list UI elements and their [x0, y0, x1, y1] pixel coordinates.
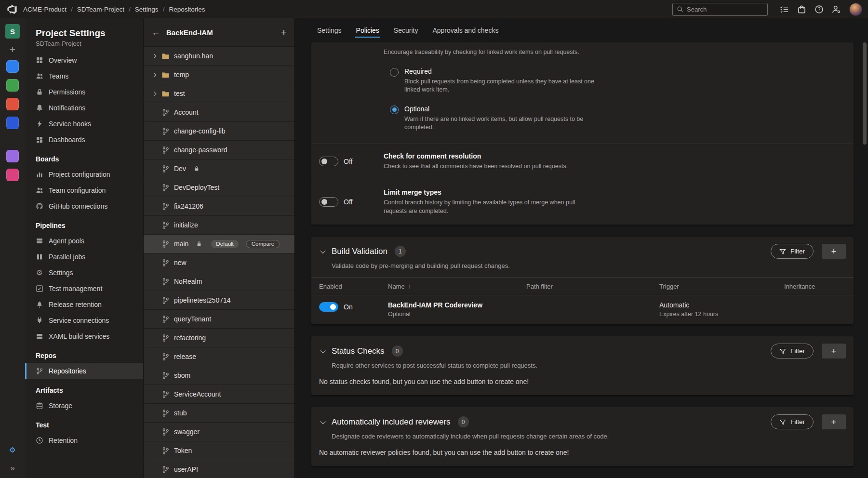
collapse-chevron-icon[interactable] — [319, 418, 327, 426]
breadcrumb-item-repositories[interactable]: Repositories — [169, 6, 205, 13]
radio-option-required[interactable]: RequiredBlock pull requests from being c… — [390, 67, 846, 94]
tab-settings[interactable]: Settings — [311, 22, 347, 40]
project-settings-gear-icon[interactable]: ⚙ — [9, 446, 15, 453]
tree-branch-change-config-lib[interactable]: change-config-lib — [144, 122, 294, 141]
sidebar-item-notifications[interactable]: Notifications — [25, 100, 143, 116]
breadcrumb-item-acme-product[interactable]: ACME-Product — [23, 6, 67, 13]
tree-branch-change-password[interactable]: change-password — [144, 141, 294, 159]
tree-branch-new[interactable]: new — [144, 253, 294, 272]
rail-icon-artifacts[interactable] — [6, 169, 19, 181]
tasklist-icon[interactable] — [780, 5, 789, 14]
vertical-scrollbar[interactable] — [863, 42, 867, 145]
tree-branch-stub[interactable]: stub — [144, 404, 294, 423]
add-build-policy-button[interactable]: + — [822, 244, 846, 259]
user-avatar[interactable] — [849, 3, 862, 16]
rail-icon-repos[interactable] — [6, 79, 19, 92]
rail-add-icon[interactable]: + — [10, 44, 15, 54]
sidebar-item-teams[interactable]: Teams — [25, 68, 143, 84]
sidebar-item-repositories[interactable]: Repositories — [25, 363, 143, 379]
main-content: SettingsPoliciesSecurityApprovals and ch… — [295, 18, 868, 478]
sidebar-item-overview[interactable]: Overview — [25, 52, 143, 68]
filter-button[interactable]: Filter — [771, 244, 814, 259]
help-icon[interactable]: ? — [815, 5, 824, 14]
breadcrumb-item-settings[interactable]: Settings — [135, 6, 159, 13]
tree-branch-userapi[interactable]: userAPI — [144, 460, 294, 478]
back-button[interactable]: ← — [151, 27, 160, 38]
tab-policies[interactable]: Policies — [350, 22, 385, 40]
tree-folder-sanghun-han[interactable]: sanghun.han — [144, 47, 294, 66]
radio-selected[interactable] — [390, 106, 399, 114]
sidebar-item-team-configuration[interactable]: Team configuration — [25, 182, 143, 198]
expand-rail-icon[interactable]: » — [10, 464, 14, 472]
breadcrumb: ACME-Product/SDTeam-Project/Settings/Rep… — [23, 6, 205, 13]
tree-item-label: queryTenant — [174, 315, 211, 323]
rail-icon-pipelines[interactable] — [6, 98, 19, 110]
sidebar-item-service-hooks[interactable]: Service hooks — [25, 116, 143, 132]
tree-branch-swagger[interactable]: swagger — [144, 423, 294, 441]
user-settings-icon[interactable] — [832, 5, 841, 14]
collapse-chevron-icon[interactable] — [319, 347, 327, 355]
breadcrumb-item-sdteam-project[interactable]: SDTeam-Project — [77, 6, 124, 13]
tree-branch-serviceaccount[interactable]: ServiceAccount — [144, 385, 294, 404]
rail-icon-boards[interactable] — [6, 60, 19, 73]
radio-unselected[interactable] — [390, 68, 399, 77]
search-input[interactable] — [687, 6, 763, 13]
sidebar-item-retention[interactable]: Retention — [25, 432, 143, 448]
sidebar-item-agent-pools[interactable]: Agent pools — [25, 233, 143, 249]
toggle-check-for-comment-resolution[interactable] — [319, 157, 338, 166]
sidebar-item-test-management[interactable]: Test management — [25, 280, 143, 296]
tree-branch-fix241206[interactable]: fix241206 — [144, 197, 294, 216]
sidebar-item-parallel-jobs[interactable]: Parallel jobs — [25, 249, 143, 265]
tree-branch-sbom[interactable]: sbom — [144, 366, 294, 385]
tree-branch-main[interactable]: mainDefaultCompare — [144, 235, 294, 253]
tree-branch-refactoring[interactable]: refactoring — [144, 329, 294, 347]
azure-devops-logo-icon[interactable] — [7, 4, 17, 14]
sidebar-item-permissions[interactable]: Permissions — [25, 84, 143, 100]
chevron-right-icon[interactable] — [150, 54, 157, 58]
tab-approvals-and-checks[interactable]: Approvals and checks — [427, 22, 504, 40]
sidebar-item-dashboards[interactable]: Dashboards — [25, 132, 143, 147]
column-name[interactable]: Name↑ — [388, 283, 526, 290]
tree-branch-dev[interactable]: Dev — [144, 159, 294, 178]
branch-icon — [161, 315, 170, 323]
sidebar-group: OverviewTeamsPermissionsNotificationsSer… — [25, 52, 143, 147]
chevron-right-icon[interactable] — [150, 73, 157, 77]
tree-branch-pipelinetest250714[interactable]: pipelinetest250714 — [144, 291, 294, 310]
radio-option-optional[interactable]: OptionalWarn if there are no linked work… — [390, 105, 846, 132]
toggle-limit-merge-types[interactable] — [319, 197, 338, 207]
project-avatar-tile[interactable]: S — [5, 24, 20, 39]
sidebar-item-service-connections[interactable]: Service connections — [25, 312, 143, 328]
tree-branch-account[interactable]: Account — [144, 103, 294, 122]
sidebar-item-project-configuration[interactable]: Project configuration — [25, 166, 143, 182]
filter-button[interactable]: Filter — [771, 344, 814, 358]
marketplace-bag-icon[interactable] — [797, 5, 806, 14]
add-reviewer-policy-button[interactable]: + — [822, 414, 846, 429]
search-box[interactable] — [672, 3, 768, 16]
tree-folder-test[interactable]: test — [144, 84, 294, 103]
sidebar-item-xaml-build-services[interactable]: XAML build services — [25, 328, 143, 344]
tree-folder-temp[interactable]: temp — [144, 66, 294, 84]
sidebar-item-label: Permissions — [49, 88, 85, 96]
pull-request-policies-card: Encourage traceability by checking for l… — [311, 42, 854, 225]
collapse-chevron-icon[interactable] — [319, 248, 327, 255]
sidebar-item-release-retention[interactable]: Release retention — [25, 296, 143, 312]
rail-icon-releases[interactable] — [6, 117, 19, 129]
sidebar-item-github-connections[interactable]: GitHub connections — [25, 198, 143, 214]
tab-security[interactable]: Security — [388, 22, 424, 40]
tree-branch-token[interactable]: Token — [144, 441, 294, 460]
sidebar-item-storage[interactable]: Storage — [25, 398, 143, 413]
filter-button[interactable]: Filter — [771, 414, 814, 429]
tree-branch-querytenant[interactable]: queryTenant — [144, 310, 294, 329]
tree-branch-initialize[interactable]: initialize — [144, 216, 294, 235]
chevron-right-icon[interactable] — [150, 92, 157, 95]
policy-name[interactable]: BackEnd-IAM PR Codereview — [388, 301, 526, 309]
add-branch-button[interactable]: + — [281, 27, 287, 38]
rail-icon-test-plans[interactable] — [6, 150, 19, 162]
tree-branch-release[interactable]: release — [144, 347, 294, 366]
policy-enabled-toggle[interactable] — [319, 302, 338, 312]
sidebar-item-settings[interactable]: ⚙Settings — [25, 265, 143, 280]
add-status-check-button[interactable]: + — [822, 344, 846, 358]
tree-branch-norealm[interactable]: NoRealm — [144, 272, 294, 291]
filter-icon — [779, 419, 786, 425]
tree-branch-devdeploytest[interactable]: DevDeployTest — [144, 178, 294, 197]
